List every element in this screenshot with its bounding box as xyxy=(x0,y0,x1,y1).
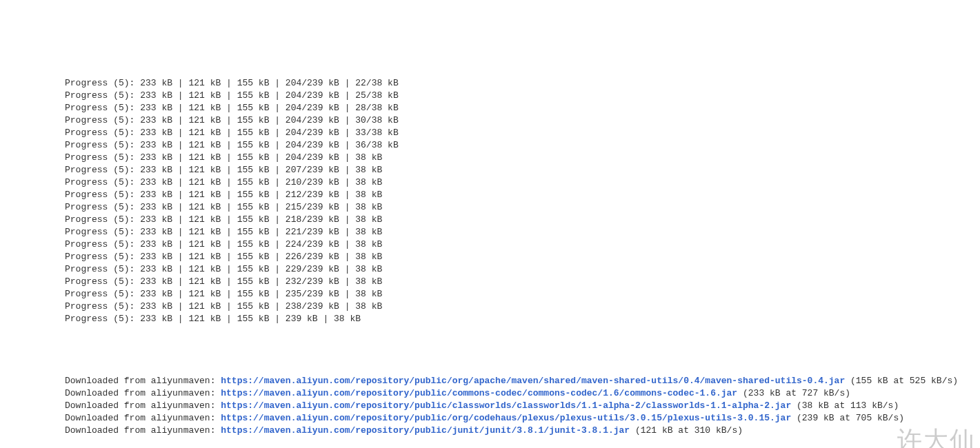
progress-line: Progress (5): 233 kB | 121 kB | 155 kB |… xyxy=(65,263,980,276)
progress-line: Progress (5): 233 kB | 121 kB | 155 kB |… xyxy=(65,152,980,164)
download-suffix: (233 kB at 727 kB/s) xyxy=(737,388,850,398)
progress-line: Progress (5): 233 kB | 121 kB | 155 kB |… xyxy=(65,139,980,152)
download-line: Downloaded from aliyunmaven: https://mav… xyxy=(65,425,980,437)
download-url-link[interactable]: https://maven.aliyun.com/repository/publ… xyxy=(221,376,845,386)
progress-line: Progress (5): 233 kB | 121 kB | 155 kB |… xyxy=(65,238,980,251)
progress-line: Progress (5): 233 kB | 121 kB | 155 kB |… xyxy=(65,127,980,139)
progress-line: Progress (5): 233 kB | 121 kB | 155 kB |… xyxy=(65,226,980,238)
download-prefix: Downloaded from aliyunmaven: xyxy=(65,425,221,436)
progress-line: Progress (5): 233 kB | 121 kB | 155 kB |… xyxy=(65,102,980,114)
progress-line: Progress (5): 233 kB | 121 kB | 155 kB |… xyxy=(65,189,980,201)
download-line: Downloaded from aliyunmaven: https://mav… xyxy=(65,387,980,400)
console-output: Progress (5): 233 kB | 121 kB | 155 kB |… xyxy=(0,50,980,448)
progress-line: Progress (5): 233 kB | 121 kB | 155 kB |… xyxy=(65,176,980,189)
download-suffix: (38 kB at 113 kB/s) xyxy=(791,400,899,411)
download-prefix: Downloaded from aliyunmaven: xyxy=(65,413,221,423)
progress-line: Progress (5): 233 kB | 121 kB | 155 kB |… xyxy=(65,90,980,102)
download-url-link[interactable]: https://maven.aliyun.com/repository/publ… xyxy=(221,400,791,411)
progress-block: Progress (5): 233 kB | 121 kB | 155 kB |… xyxy=(65,77,980,325)
download-prefix: Downloaded from aliyunmaven: xyxy=(65,388,221,398)
download-prefix: Downloaded from aliyunmaven: xyxy=(65,400,221,411)
download-suffix: (121 kB at 310 kB/s) xyxy=(630,425,743,436)
progress-line: Progress (5): 233 kB | 121 kB | 155 kB |… xyxy=(65,301,980,313)
progress-line: Progress (5): 233 kB | 121 kB | 155 kB |… xyxy=(65,114,980,127)
progress-line: Progress (5): 233 kB | 121 kB | 155 kB |… xyxy=(65,276,980,288)
downloads-block: Downloaded from aliyunmaven: https://mav… xyxy=(65,375,980,437)
progress-line: Progress (5): 233 kB | 121 kB | 155 kB |… xyxy=(65,214,980,226)
download-line: Downloaded from aliyunmaven: https://mav… xyxy=(65,400,980,412)
download-suffix: (239 kB at 705 kB/s) xyxy=(791,413,904,423)
progress-line: Progress (5): 233 kB | 121 kB | 155 kB |… xyxy=(65,77,980,90)
download-line: Downloaded from aliyunmaven: https://mav… xyxy=(65,375,980,387)
download-url-link[interactable]: https://maven.aliyun.com/repository/publ… xyxy=(221,388,737,398)
download-prefix: Downloaded from aliyunmaven: xyxy=(65,376,221,386)
download-url-link[interactable]: https://maven.aliyun.com/repository/publ… xyxy=(221,413,791,423)
download-suffix: (155 kB at 525 kB/s) xyxy=(845,376,958,386)
progress-line: Progress (5): 233 kB | 121 kB | 155 kB |… xyxy=(65,288,980,301)
progress-line: Progress (5): 233 kB | 121 kB | 155 kB |… xyxy=(65,313,980,325)
download-line: Downloaded from aliyunmaven: https://mav… xyxy=(65,412,980,425)
progress-line: Progress (5): 233 kB | 121 kB | 155 kB |… xyxy=(65,251,980,263)
progress-line: Progress (5): 233 kB | 121 kB | 155 kB |… xyxy=(65,164,980,176)
progress-line: Progress (5): 233 kB | 121 kB | 155 kB |… xyxy=(65,201,980,214)
download-url-link[interactable]: https://maven.aliyun.com/repository/publ… xyxy=(221,425,630,436)
